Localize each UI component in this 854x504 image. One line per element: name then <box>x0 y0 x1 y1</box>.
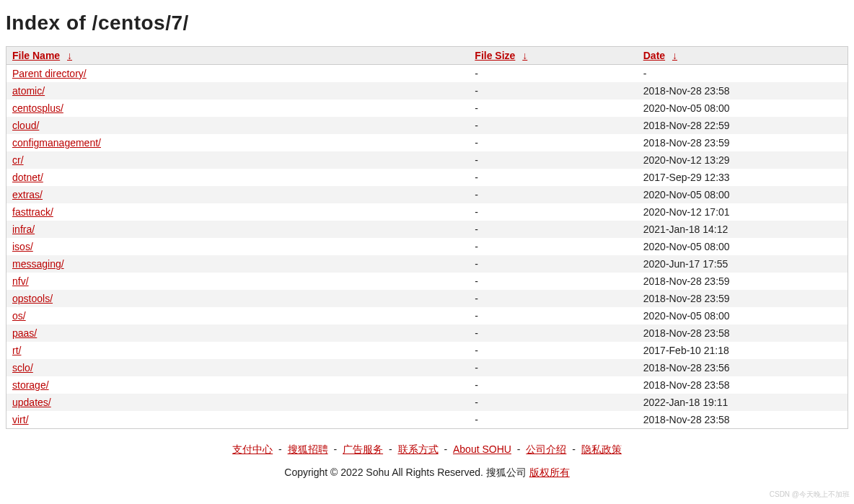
table-row: Parent directory/-- <box>6 65 848 83</box>
cell-size: - <box>469 307 637 324</box>
cell-date: 2020-Nov-05 08:00 <box>638 186 848 203</box>
cell-name: opstools/ <box>6 290 470 307</box>
file-link[interactable]: extras/ <box>12 189 43 200</box>
cell-size: - <box>469 65 637 83</box>
cell-name: configmanagement/ <box>6 134 470 151</box>
file-link[interactable]: configmanagement/ <box>12 137 101 149</box>
cell-name: infra/ <box>6 221 470 238</box>
cell-size: - <box>469 186 637 203</box>
table-row: centosplus/-2020-Nov-05 08:00 <box>6 100 848 117</box>
file-link[interactable]: Parent directory/ <box>12 68 87 79</box>
sort-by-size-link[interactable]: File Size <box>475 50 515 61</box>
file-link[interactable]: storage/ <box>12 379 49 391</box>
file-link[interactable]: infra/ <box>12 224 35 235</box>
cell-name: Parent directory/ <box>6 65 470 83</box>
file-link[interactable]: centosplus/ <box>12 102 63 114</box>
cell-name: updates/ <box>6 394 470 411</box>
file-link[interactable]: atomic/ <box>12 85 45 97</box>
cell-date: 2017-Sep-29 12:33 <box>638 169 848 186</box>
table-row: opstools/-2018-Nov-28 23:59 <box>6 290 848 307</box>
cell-size: - <box>469 169 637 186</box>
sort-arrow-size[interactable]: ↓ <box>522 50 527 61</box>
footer-link[interactable]: 公司介绍 <box>526 443 566 455</box>
table-row: nfv/-2018-Nov-28 23:59 <box>6 273 848 290</box>
cell-size: - <box>469 342 637 359</box>
col-header-date: Date ↓ <box>638 47 848 65</box>
footer-link[interactable]: 支付中心 <box>232 443 273 455</box>
footer-link[interactable]: About SOHU <box>453 443 511 455</box>
file-link[interactable]: paas/ <box>12 327 37 339</box>
cell-size: - <box>469 82 637 100</box>
cell-date: 2021-Jan-18 14:12 <box>638 221 848 238</box>
cell-date: 2018-Nov-28 22:59 <box>638 117 848 134</box>
copyright-link[interactable]: 版权所有 <box>529 467 570 478</box>
sort-by-date-link[interactable]: Date <box>643 50 665 61</box>
file-link[interactable]: fasttrack/ <box>12 206 53 218</box>
footer-separator: - <box>276 443 284 455</box>
table-row: atomic/-2018-Nov-28 23:58 <box>6 82 848 100</box>
cell-size: - <box>469 411 637 429</box>
cell-date: 2018-Nov-28 23:58 <box>638 324 848 342</box>
cell-size: - <box>469 359 637 376</box>
file-link[interactable]: nfv/ <box>12 275 29 287</box>
cell-date: - <box>638 65 848 83</box>
table-row: infra/-2021-Jan-18 14:12 <box>6 221 848 238</box>
cell-name: storage/ <box>6 376 470 394</box>
cell-name: cloud/ <box>6 117 470 134</box>
cell-date: 2020-Nov-05 08:00 <box>638 307 848 324</box>
sort-arrow-date[interactable]: ↓ <box>672 50 677 61</box>
table-row: extras/-2020-Nov-05 08:00 <box>6 186 848 203</box>
cell-name: os/ <box>6 307 470 324</box>
file-link[interactable]: updates/ <box>12 397 51 408</box>
cell-name: isos/ <box>6 238 470 255</box>
table-row: virt/-2018-Nov-28 23:58 <box>6 411 848 429</box>
cell-size: - <box>469 255 637 273</box>
table-row: fasttrack/-2020-Nov-12 17:01 <box>6 203 848 221</box>
footer-separator: - <box>569 443 578 455</box>
sort-by-name-link[interactable]: File Name <box>12 50 60 61</box>
cell-name: centosplus/ <box>6 100 470 117</box>
file-link[interactable]: os/ <box>12 310 26 322</box>
cell-date: 2020-Jun-17 17:55 <box>638 255 848 273</box>
file-link[interactable]: sclo/ <box>12 362 33 373</box>
cell-size: - <box>469 376 637 394</box>
table-row: rt/-2017-Feb-10 21:18 <box>6 342 848 359</box>
file-link[interactable]: virt/ <box>12 414 29 425</box>
cell-name: fasttrack/ <box>6 203 470 221</box>
cell-date: 2018-Nov-28 23:58 <box>638 82 848 100</box>
footer-link[interactable]: 广告服务 <box>343 443 383 455</box>
file-link[interactable]: cloud/ <box>12 120 39 131</box>
table-row: storage/-2018-Nov-28 23:58 <box>6 376 848 394</box>
cell-size: - <box>469 290 637 307</box>
footer-separator: - <box>441 443 450 455</box>
footer-link[interactable]: 联系方式 <box>398 443 439 455</box>
copyright-text: Copyright © 2022 Sohu All Rights Reserve… <box>284 467 529 478</box>
col-header-size: File Size ↓ <box>469 47 637 65</box>
file-link[interactable]: isos/ <box>12 241 33 252</box>
file-link[interactable]: rt/ <box>12 345 21 356</box>
footer-link[interactable]: 搜狐招聘 <box>288 443 328 455</box>
cell-size: - <box>469 238 637 255</box>
footer-link[interactable]: 隐私政策 <box>581 443 622 455</box>
cell-date: 2018-Nov-28 23:56 <box>638 359 848 376</box>
cell-size: - <box>469 134 637 151</box>
footer-links: 支付中心 - 搜狐招聘 - 广告服务 - 联系方式 - About SOHU -… <box>6 443 848 456</box>
file-link[interactable]: cr/ <box>12 154 24 166</box>
cell-name: extras/ <box>6 186 470 203</box>
cell-size: - <box>469 151 637 169</box>
table-body: Parent directory/--atomic/-2018-Nov-28 2… <box>6 65 848 429</box>
cell-date: 2018-Nov-28 23:58 <box>638 411 848 429</box>
cell-date: 2022-Jan-18 19:11 <box>638 394 848 411</box>
file-link[interactable]: opstools/ <box>12 293 53 304</box>
cell-size: - <box>469 394 637 411</box>
cell-name: nfv/ <box>6 273 470 290</box>
file-link[interactable]: dotnet/ <box>12 172 43 183</box>
footer-separator: - <box>331 443 340 455</box>
table-row: os/-2020-Nov-05 08:00 <box>6 307 848 324</box>
table-row: dotnet/-2017-Sep-29 12:33 <box>6 169 848 186</box>
cell-name: paas/ <box>6 324 470 342</box>
file-link[interactable]: messaging/ <box>12 258 64 270</box>
cell-date: 2018-Nov-28 23:59 <box>638 273 848 290</box>
sort-arrow-name[interactable]: ↓ <box>67 50 72 61</box>
cell-size: - <box>469 117 637 134</box>
